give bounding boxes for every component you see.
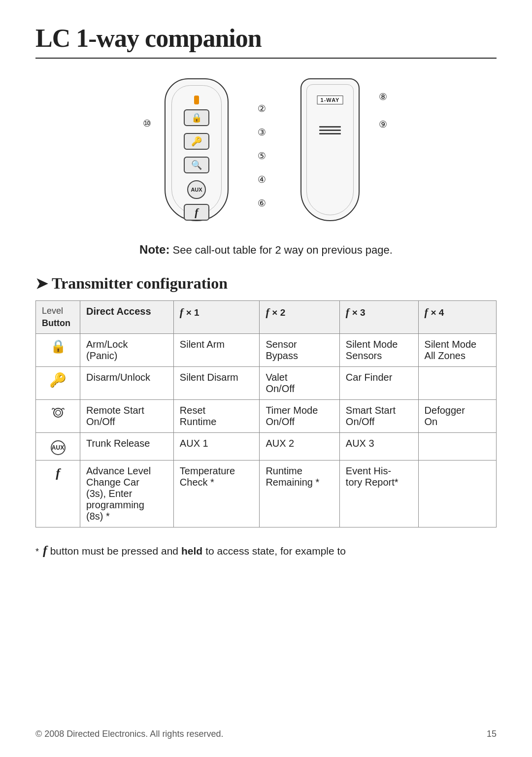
row-fx2-f: RuntimeRemaining * bbox=[260, 461, 339, 527]
col-header-fx4: f × 4 bbox=[418, 301, 496, 334]
callout-6: ⑥ bbox=[258, 197, 266, 209]
row-fx2-remote: Timer ModeOn/Off bbox=[260, 400, 339, 433]
table-row: 🔑 Disarm/Unlock Silent Disarm ValetOn/Of… bbox=[36, 367, 497, 400]
callout-5: ⑤ bbox=[258, 150, 266, 162]
left-remote-diagram: ⑩ 🔒 🔑 🔍 AUX f ② ③ ⑤ ④ ⑥ bbox=[143, 73, 251, 231]
row-direct-trunk: Trunk Release bbox=[80, 433, 174, 461]
section-heading: ➤ Transmitter configuration bbox=[35, 274, 497, 293]
row-fx1-trunk: AUX 1 bbox=[173, 433, 260, 461]
row-icon-remote bbox=[36, 400, 80, 433]
footer-f-char: f bbox=[43, 543, 47, 558]
col-header-fx3: f × 3 bbox=[339, 301, 418, 334]
row-fx3-lock: Silent ModeSensors bbox=[339, 334, 418, 367]
fx3-label: × 3 bbox=[352, 307, 366, 318]
fx4-label: × 4 bbox=[431, 307, 444, 318]
section-label: Transmitter configuration bbox=[52, 274, 228, 293]
row-fx3-f: Event His-tory Report* bbox=[339, 461, 418, 527]
fx1-label: × 1 bbox=[186, 307, 200, 318]
callout-8: ⑧ bbox=[379, 91, 387, 102]
table-row: AUX Trunk Release AUX 1 AUX 2 AUX 3 bbox=[36, 433, 497, 461]
row-icon-trunk: AUX bbox=[36, 433, 80, 461]
row-fx4-trunk bbox=[418, 433, 496, 461]
right-remote-label: 1-WAY bbox=[317, 96, 343, 104]
callout-4: ④ bbox=[258, 174, 266, 185]
right-remote-inner: 1-WAY bbox=[306, 84, 354, 215]
btn-trunk: AUX bbox=[187, 180, 206, 199]
fx2-label: × 2 bbox=[272, 307, 285, 318]
footer-rest: to access state, for example to bbox=[205, 545, 346, 557]
row-icon-f: f bbox=[36, 461, 80, 527]
page-footer: © 2008 Directed Electronics. All rights … bbox=[35, 729, 497, 739]
btn-lock: 🔒 bbox=[184, 109, 209, 126]
row-fx4-f bbox=[418, 461, 496, 527]
row-fx4-disarm bbox=[418, 367, 496, 400]
note-bold: Note: bbox=[139, 243, 169, 256]
row-fx2-disarm: ValetOn/Off bbox=[260, 367, 339, 400]
row-fx4-remote: DefoggerOn bbox=[418, 400, 496, 433]
col-header-level: Level Button bbox=[36, 301, 80, 334]
footer-text: button must be pressed and bbox=[50, 545, 178, 557]
col-header-direct: Direct Access bbox=[80, 301, 174, 334]
right-remote-diagram: 1-WAY ⑧ ⑨ bbox=[291, 73, 389, 231]
col-header-fx1: f × 1 bbox=[173, 301, 260, 334]
row-fx1-disarm: Silent Disarm bbox=[173, 367, 260, 400]
aux-icon: AUX bbox=[51, 440, 66, 455]
btn-disarm: 🔑 bbox=[184, 133, 209, 150]
row-icon-disarm: 🔑 bbox=[36, 367, 80, 400]
f-icon-header-3: f bbox=[346, 306, 349, 318]
page-title: LC 1-way companion bbox=[35, 24, 497, 53]
row-direct-lock: Arm/Lock(Panic) bbox=[80, 334, 174, 367]
row-fx2-trunk: AUX 2 bbox=[260, 433, 339, 461]
orange-dot bbox=[194, 96, 199, 104]
btn-remote: 🔍 bbox=[184, 157, 209, 173]
page-number: 15 bbox=[487, 729, 497, 739]
f-icon-header-2: f bbox=[266, 306, 269, 318]
footer-note: * f button must be pressed and held to a… bbox=[35, 543, 497, 558]
diagram-area: ⑩ 🔒 🔑 🔍 AUX f ② ③ ⑤ ④ ⑥ 1-WAY bbox=[35, 73, 497, 231]
callout-2: ② bbox=[258, 103, 266, 114]
btn-f: f bbox=[184, 204, 209, 221]
row-fx2-lock: SensorBypass bbox=[260, 334, 339, 367]
row-fx3-trunk: AUX 3 bbox=[339, 433, 418, 461]
f-icon-header-4: f bbox=[425, 306, 428, 318]
svg-point-1 bbox=[56, 410, 61, 415]
f-icon-header-1: f bbox=[180, 306, 183, 318]
section-arrow: ➤ bbox=[35, 275, 48, 292]
table-row: 🔒 Arm/Lock(Panic) Silent Arm SensorBypas… bbox=[36, 334, 497, 367]
col-header-fx2: f × 2 bbox=[260, 301, 339, 334]
table-row: f Advance LevelChange Car(3s), Enterprog… bbox=[36, 461, 497, 527]
footer-held: held bbox=[181, 545, 202, 557]
table-header-row: Level Button Direct Access f × 1 f × 2 f… bbox=[36, 301, 497, 334]
row-fx3-remote: Smart StartOn/Off bbox=[339, 400, 418, 433]
row-direct-f: Advance LevelChange Car(3s), Enterprogra… bbox=[80, 461, 174, 527]
title-divider bbox=[35, 58, 497, 59]
row-icon-lock: 🔒 bbox=[36, 334, 80, 367]
footer-star: * bbox=[35, 547, 39, 557]
copyright: © 2008 Directed Electronics. All rights … bbox=[35, 729, 223, 739]
row-fx4-lock: Silent ModeAll Zones bbox=[418, 334, 496, 367]
row-fx1-lock: Silent Arm bbox=[173, 334, 260, 367]
row-direct-remote: Remote StartOn/Off bbox=[80, 400, 174, 433]
note-line: Note: See call-out table for 2 way on pr… bbox=[35, 243, 497, 257]
table-row: Remote StartOn/Off ResetRuntime Timer Mo… bbox=[36, 400, 497, 433]
left-remote-inner: 🔒 🔑 🔍 AUX f bbox=[171, 85, 222, 214]
row-fx1-remote: ResetRuntime bbox=[173, 400, 260, 433]
callout-3: ③ bbox=[258, 127, 266, 138]
config-table: Level Button Direct Access f × 1 f × 2 f… bbox=[35, 300, 497, 527]
right-remote-lines bbox=[319, 124, 341, 136]
right-remote-body: 1-WAY bbox=[300, 78, 360, 221]
callout-10: ⑩ bbox=[143, 118, 151, 129]
row-fx1-f: TemperatureCheck * bbox=[173, 461, 260, 527]
left-remote-body: 🔒 🔑 🔍 AUX f bbox=[165, 78, 229, 221]
note-text: See call-out table for 2 way on previous… bbox=[169, 244, 393, 256]
row-direct-disarm: Disarm/Unlock bbox=[80, 367, 174, 400]
row-fx3-disarm: Car Finder bbox=[339, 367, 418, 400]
callout-9: ⑨ bbox=[379, 119, 387, 130]
